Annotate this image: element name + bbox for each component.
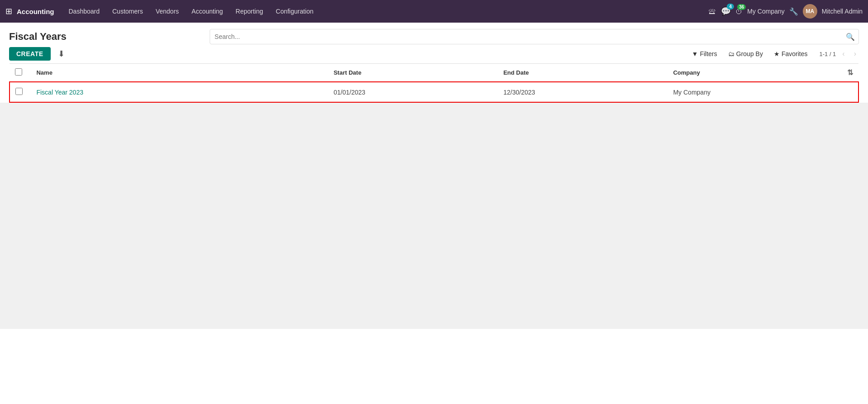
page-title: Fiscal Years — [9, 31, 67, 43]
nav-customers[interactable]: Customers — [107, 5, 149, 18]
filter-group: ▼ Filters 🗂 Group By ★ Favorites — [687, 48, 812, 60]
column-settings-icon[interactable]: ⇅ — [847, 69, 853, 76]
chat-badge: 4 — [727, 4, 734, 10]
search-icon[interactable]: 🔍 — [846, 33, 855, 41]
filters-label: Filters — [700, 50, 717, 57]
filter-icon: ▼ — [692, 50, 698, 57]
nav-accounting[interactable]: Accounting — [186, 5, 228, 18]
page-container: Fiscal Years 🔍 CREATE ⬇ ▼ Filters 🗂 Grou… — [0, 23, 868, 404]
grid-icon[interactable]: ⊞ — [5, 6, 12, 16]
groupby-icon: 🗂 — [728, 50, 734, 57]
col-header-name: Name — [31, 64, 328, 82]
activity-badge: 36 — [737, 4, 746, 10]
filters-button[interactable]: ▼ Filters — [687, 48, 722, 60]
row-checkbox[interactable] — [15, 88, 23, 95]
star-icon: ★ — [774, 50, 780, 57]
favorites-label: Favorites — [782, 50, 808, 57]
toolbar: CREATE ⬇ ▼ Filters 🗂 Group By ★ Favorite… — [0, 44, 868, 63]
nav-vendors[interactable]: Vendors — [150, 5, 184, 18]
table-container: Name Start Date End Date Company ⇅ — [0, 63, 868, 103]
pagination-info: 1-1 / 1 — [819, 51, 836, 57]
col-header-company: Company — [668, 64, 838, 82]
table-row[interactable]: Fiscal Year 2023 01/01/2023 12/30/2023 M… — [10, 82, 858, 102]
top-navigation: ⊞ Accounting Dashboard Customers Vendors… — [0, 0, 868, 23]
create-button[interactable]: CREATE — [9, 47, 51, 61]
groupby-label: Group By — [736, 50, 763, 57]
download-button[interactable]: ⬇ — [54, 47, 68, 61]
prev-page-button[interactable]: ‹ — [839, 48, 847, 60]
activity-icon[interactable]: ⏱ 36 — [735, 7, 743, 16]
col-header-start-date: Start Date — [328, 64, 498, 82]
app-name[interactable]: Accounting — [17, 8, 54, 15]
empty-area — [0, 103, 868, 329]
nav-configuration[interactable]: Configuration — [270, 5, 319, 18]
fiscal-years-table: Name Start Date End Date Company ⇅ — [9, 63, 859, 103]
wrench-icon[interactable]: 🔧 — [789, 7, 798, 16]
company-name[interactable]: My Company — [747, 8, 784, 15]
col-header-end-date: End Date — [498, 64, 668, 82]
row-end-date: 12/30/2023 — [498, 82, 668, 102]
topnav-right-section: 🛎 💬 4 ⏱ 36 My Company 🔧 MA Mitchell Admi… — [708, 4, 863, 19]
chat-icon[interactable]: 💬 4 — [721, 6, 731, 16]
support-icon[interactable]: 🛎 — [708, 7, 716, 16]
search-input[interactable] — [210, 33, 858, 40]
favorites-button[interactable]: ★ Favorites — [769, 48, 812, 60]
row-name[interactable]: Fiscal Year 2023 — [31, 82, 328, 102]
avatar[interactable]: MA — [803, 4, 817, 19]
select-all-checkbox[interactable] — [15, 68, 22, 76]
groupby-button[interactable]: 🗂 Group By — [724, 48, 767, 60]
nav-dashboard[interactable]: Dashboard — [63, 5, 106, 18]
next-page-button[interactable]: › — [851, 48, 859, 60]
nav-reporting[interactable]: Reporting — [230, 5, 269, 18]
row-start-date: 01/01/2023 — [328, 82, 498, 102]
user-name[interactable]: Mitchell Admin — [822, 8, 863, 15]
row-company: My Company — [668, 82, 838, 102]
